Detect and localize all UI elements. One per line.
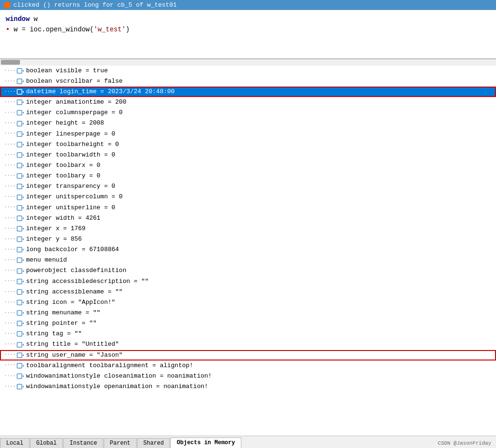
tree-item-text: powerobject classdefinition: [26, 266, 127, 275]
svg-rect-16: [17, 153, 22, 157]
svg-rect-4: [17, 89, 22, 94]
tree-item[interactable]: ···· integer unitsperline = 0: [0, 203, 496, 213]
tab-shared[interactable]: Shared: [137, 438, 170, 448]
svg-marker-37: [22, 259, 24, 261]
tree-item[interactable]: ···· windowanimationstyle closeanimation…: [0, 371, 496, 381]
svg-rect-6: [17, 100, 22, 105]
title-bar-icon: [4, 2, 10, 9]
tree-item[interactable]: ···· integer animationtime = 200: [0, 97, 496, 107]
node-icon: [17, 88, 24, 95]
tree-item[interactable]: ···· integer toolbary = 0: [0, 171, 496, 181]
tree-item[interactable]: ···· integer height = 2008: [0, 118, 496, 128]
tree-indent: ····: [4, 256, 16, 265]
tree-item-text: string icon = "AppIcon!": [26, 298, 115, 307]
tree-item[interactable]: ···· boolean visible = true: [0, 66, 496, 76]
tree-item[interactable]: ···· integer toolbarheight = 0: [0, 139, 496, 150]
tree-item[interactable]: ···· toolbaralignment toolbaralignment =…: [0, 360, 496, 371]
node-icon: [17, 225, 24, 232]
tree-item[interactable]: ···· integer y = 856: [0, 234, 496, 244]
tree-indent: ····: [4, 214, 16, 223]
tree-item[interactable]: ···· integer unitspercolumn = 0: [0, 192, 496, 202]
tree-indent: ····: [4, 67, 16, 76]
node-icon: [17, 236, 24, 243]
svg-marker-17: [22, 154, 24, 156]
tree-item[interactable]: ···· string icon = "AppIcon!": [0, 297, 496, 308]
svg-rect-34: [17, 247, 22, 252]
hscroll-bar[interactable]: [0, 59, 496, 66]
svg-marker-51: [22, 333, 24, 335]
tree-item[interactable]: ···· integer toolbarwidth = 0: [0, 150, 496, 160]
node-icon: [17, 278, 24, 285]
tree-indent: ····: [4, 203, 16, 212]
tab-local[interactable]: Local: [0, 438, 30, 448]
tree-item[interactable]: ···· windowanimationstyle openanimation …: [0, 381, 496, 392]
node-icon: [17, 173, 24, 179]
tree-item[interactable]: ···· integer transparency = 0: [0, 181, 496, 192]
svg-rect-20: [17, 174, 22, 178]
tree-item[interactable]: ···· string user_name = "Jason": [0, 350, 496, 360]
keyword-window: window: [6, 15, 30, 23]
tab-objects-in-memory[interactable]: Objects in Memory: [170, 438, 241, 448]
svg-marker-43: [22, 291, 24, 293]
svg-marker-19: [22, 165, 24, 166]
node-icon: [17, 352, 24, 359]
tree-indent: ····: [4, 108, 16, 117]
tree-item[interactable]: ···· integer columnsperpage = 0: [0, 107, 496, 118]
svg-rect-42: [17, 290, 22, 294]
node-icon: [17, 341, 24, 348]
tree-indent: ····: [4, 77, 16, 86]
tree-item[interactable]: ···· integer toolbarx = 0: [0, 160, 496, 171]
tree-item[interactable]: ···· integer x = 1769: [0, 224, 496, 234]
tree-item-text: integer toolbarwidth = 0: [26, 150, 115, 160]
svg-marker-55: [22, 354, 24, 356]
tree-item[interactable]: ···· long backcolor = 67108864: [0, 244, 496, 255]
node-icon: [17, 78, 24, 85]
tree-item-text: boolean vscrollbar = false: [26, 77, 123, 86]
tree-item[interactable]: ···· integer linesperpage = 0: [0, 129, 496, 139]
tree-item[interactable]: ···· string title = "Untitled": [0, 339, 496, 350]
tree-indent: ····: [4, 161, 16, 170]
tree-item[interactable]: ···· string menuname = "": [0, 308, 496, 318]
tree-item[interactable]: ···· string tag = "": [0, 329, 496, 339]
tree-indent: ····: [4, 361, 16, 370]
svg-marker-35: [22, 249, 24, 251]
tree-indent: ····: [4, 298, 16, 307]
svg-marker-13: [22, 133, 24, 135]
tree-item-text: integer columnsperpage = 0: [26, 108, 123, 117]
tree-item-text: integer unitsperline = 0: [26, 203, 115, 213]
tree-item[interactable]: ···· menu menuid: [0, 255, 496, 265]
node-icon: [17, 331, 24, 337]
node-icon: [17, 257, 24, 263]
tree-item[interactable]: ···· string pointer = "": [0, 318, 496, 329]
svg-rect-32: [17, 237, 22, 242]
tree-indent: ····: [4, 382, 16, 391]
tab-global[interactable]: Global: [30, 438, 63, 448]
tree-indent: ····: [4, 88, 16, 97]
svg-rect-56: [17, 363, 22, 368]
tree-item[interactable]: ···· boolean vscrollbar = false: [0, 76, 496, 87]
tree-item[interactable]: ···· integer width = 4261: [0, 213, 496, 224]
tab-instance[interactable]: Instance: [63, 438, 103, 448]
hscroll-thumb[interactable]: [1, 60, 20, 65]
node-icon: [17, 141, 24, 148]
tree-item-text: integer height = 2008: [26, 118, 104, 128]
tree-item[interactable]: ···· string accessiblename = "": [0, 287, 496, 297]
node-icon: [17, 299, 24, 306]
node-icon: [17, 362, 24, 369]
tree-indent: ····: [4, 288, 16, 297]
svg-marker-21: [22, 175, 24, 177]
title-bar: clicked () returns long for cb_5 of w_te…: [0, 0, 496, 10]
svg-rect-36: [17, 258, 22, 263]
svg-marker-39: [22, 270, 24, 272]
tree-item-text: integer toolbary = 0: [26, 171, 100, 181]
svg-marker-3: [22, 80, 24, 82]
svg-rect-2: [17, 79, 22, 84]
watermark: CSDN @JasonFriday: [438, 440, 491, 446]
tree-area[interactable]: ···· boolean visible = true···· boolean …: [0, 66, 496, 436]
tree-item[interactable]: ···· datetime login_time = 2023/3/24 20:…: [0, 87, 496, 97]
tab-parent[interactable]: Parent: [104, 438, 137, 448]
node-icon: [17, 320, 24, 327]
svg-marker-29: [22, 217, 24, 219]
tree-item[interactable]: ···· powerobject classdefinition: [0, 265, 496, 276]
tree-item[interactable]: ···· string accessibledescription = "": [0, 276, 496, 287]
